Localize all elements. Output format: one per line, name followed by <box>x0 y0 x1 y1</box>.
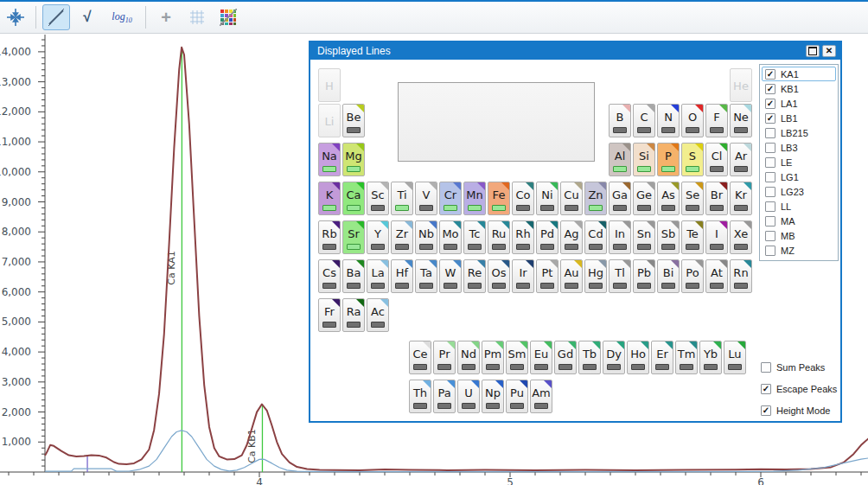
element-cell-Zr[interactable]: Zr <box>391 220 413 254</box>
element-cell-I[interactable]: I <box>705 220 728 254</box>
line-list-item-LG23[interactable]: LG23 <box>762 184 836 199</box>
element-cell-Tm[interactable]: Tm <box>675 341 698 374</box>
element-cell-Ca[interactable]: Ca <box>342 182 365 215</box>
element-cell-Sc[interactable]: Sc <box>367 182 389 215</box>
element-cell-Tb[interactable]: Tb <box>578 341 601 374</box>
element-cell-Pa[interactable]: Pa <box>433 380 456 413</box>
checkbox-checked[interactable]: ✓ <box>761 405 771 416</box>
element-cell-Mo[interactable]: Mo <box>439 220 462 254</box>
checkbox-checked[interactable]: ✓ <box>765 99 775 109</box>
element-cell-Xe[interactable]: Xe <box>730 220 752 254</box>
element-cell-Ge[interactable]: Ge <box>633 182 655 215</box>
checkbox-checked[interactable]: ✓ <box>761 384 771 394</box>
element-cell-Te[interactable]: Te <box>681 220 704 254</box>
element-cell-Ce[interactable]: Ce <box>409 341 431 374</box>
element-cell-Re[interactable]: Re <box>463 259 486 293</box>
line-list-item-MA[interactable]: MA <box>762 214 836 228</box>
element-cell-Ne[interactable]: Ne <box>730 104 752 137</box>
element-cell-Th[interactable]: Th <box>409 380 431 413</box>
element-cell-Rb[interactable]: Rb <box>318 220 341 254</box>
element-cell-Gd[interactable]: Gd <box>554 341 577 374</box>
element-cell-Ba[interactable]: Ba <box>342 259 365 293</box>
checkbox-unchecked[interactable] <box>765 216 775 227</box>
element-cell-Ru[interactable]: Ru <box>488 220 510 254</box>
element-cell-At[interactable]: At <box>705 259 728 293</box>
element-cell-In[interactable]: In <box>609 220 631 254</box>
element-cell-Nb[interactable]: Nb <box>415 220 437 254</box>
element-cell-Ag[interactable]: Ag <box>560 220 583 254</box>
dialog-titlebar[interactable]: Displayed Lines <box>310 42 840 60</box>
element-cell-Fr[interactable]: Fr <box>318 298 341 332</box>
element-cell-Ni[interactable]: Ni <box>536 182 558 215</box>
element-cell-Pd[interactable]: Pd <box>536 220 558 254</box>
element-cell-Os[interactable]: Os <box>488 259 510 293</box>
element-cell-Br[interactable]: Br <box>705 182 728 215</box>
element-cell-Na[interactable]: Na <box>318 143 341 176</box>
element-cell-Mg[interactable]: Mg <box>342 143 365 176</box>
element-cell-Cd[interactable]: Cd <box>584 220 607 254</box>
element-cell-Rh[interactable]: Rh <box>512 220 534 254</box>
element-cell-Co[interactable]: Co <box>512 182 534 215</box>
checkbox-unchecked[interactable] <box>765 143 775 153</box>
element-cell-Pm[interactable]: Pm <box>482 341 504 374</box>
line-list-item-MB[interactable]: MB <box>762 228 836 243</box>
element-cell-Al[interactable]: Al <box>609 143 631 176</box>
element-cell-Hg[interactable]: Hg <box>584 259 607 293</box>
element-cell-F[interactable]: F <box>705 104 728 137</box>
option-sum-peaks[interactable]: Sum Peaks <box>761 362 825 373</box>
close-button[interactable]: ✕ <box>822 45 836 57</box>
element-cell-Ar[interactable]: Ar <box>730 143 752 176</box>
element-cell-Nd[interactable]: Nd <box>457 341 480 374</box>
element-cell-Cu[interactable]: Cu <box>560 182 583 215</box>
element-cell-Fe[interactable]: Fe <box>488 182 510 215</box>
element-cell-Cl[interactable]: Cl <box>705 143 728 176</box>
checkbox-checked[interactable]: ✓ <box>765 84 775 94</box>
element-cell-Zn[interactable]: Zn <box>584 182 607 215</box>
element-cell-C[interactable]: C <box>633 104 655 137</box>
element-cell-Lu[interactable]: Lu <box>724 341 746 374</box>
element-cell-Sm[interactable]: Sm <box>506 341 528 374</box>
element-cell-Sb[interactable]: Sb <box>657 220 680 254</box>
element-cell-Cr[interactable]: Cr <box>439 182 462 215</box>
element-cell-Ac[interactable]: Ac <box>367 298 389 332</box>
element-cell-Po[interactable]: Po <box>681 259 704 293</box>
element-cell-Kr[interactable]: Kr <box>730 182 752 215</box>
line-list-item-LL[interactable]: LL <box>762 199 836 214</box>
element-cell-Hf[interactable]: Hf <box>391 259 413 293</box>
checkbox-unchecked[interactable] <box>761 362 771 373</box>
element-cell-S[interactable]: S <box>681 143 704 176</box>
element-cell-V[interactable]: V <box>415 182 437 215</box>
line-list-item-MZ[interactable]: MZ <box>762 243 836 258</box>
element-cell-K[interactable]: K <box>318 182 341 215</box>
element-cell-Mn[interactable]: Mn <box>463 182 486 215</box>
line-list-item-LB215[interactable]: LB215 <box>762 125 836 140</box>
element-cell-Cs[interactable]: Cs <box>318 259 341 293</box>
element-cell-O[interactable]: O <box>681 104 704 137</box>
line-list-item-LE[interactable]: LE <box>762 155 836 169</box>
element-cell-Pb[interactable]: Pb <box>633 259 655 293</box>
element-cell-Pr[interactable]: Pr <box>433 341 456 374</box>
element-cell-Be[interactable]: Be <box>342 104 365 137</box>
checkbox-unchecked[interactable] <box>765 201 775 212</box>
element-cell-B[interactable]: B <box>609 104 631 137</box>
element-cell-As[interactable]: As <box>657 182 680 215</box>
checkbox-unchecked[interactable] <box>765 246 775 256</box>
element-cell-Si[interactable]: Si <box>633 143 655 176</box>
element-cell-P[interactable]: P <box>657 143 680 176</box>
element-cell-Ir[interactable]: Ir <box>512 259 534 293</box>
element-cell-Rn[interactable]: Rn <box>730 259 752 293</box>
checkbox-unchecked[interactable] <box>765 231 775 241</box>
line-list-item-LG1[interactable]: LG1 <box>762 169 836 184</box>
checkbox-unchecked[interactable] <box>765 172 775 182</box>
checkbox-unchecked[interactable] <box>765 157 775 168</box>
element-cell-Au[interactable]: Au <box>560 259 583 293</box>
element-cell-Sn[interactable]: Sn <box>633 220 655 254</box>
element-cell-Ho[interactable]: Ho <box>627 341 649 374</box>
element-cell-Er[interactable]: Er <box>651 341 673 374</box>
element-cell-Ta[interactable]: Ta <box>415 259 437 293</box>
option-height-mode[interactable]: ✓Height Mode <box>761 405 830 416</box>
element-cell-Ra[interactable]: Ra <box>342 298 365 332</box>
element-cell-Am[interactable]: Am <box>530 380 552 413</box>
element-cell-N[interactable]: N <box>657 104 680 137</box>
line-list-item-LA1[interactable]: ✓LA1 <box>762 96 836 111</box>
